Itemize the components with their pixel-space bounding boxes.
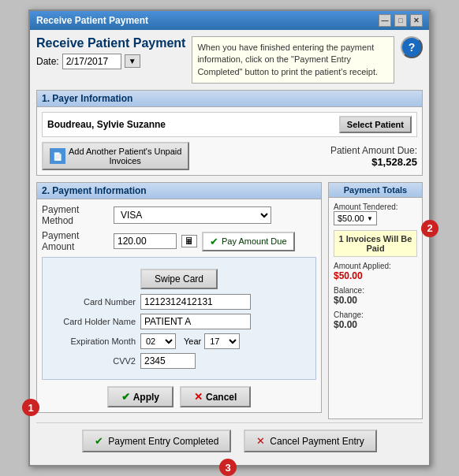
cancel-small-button[interactable]: ✕ Cancel [180, 386, 251, 407]
change-label: Change: [334, 311, 417, 319]
invoices-will-be-paid: 1 Invoices Will Be Paid [334, 230, 417, 257]
cancel-payment-label: Cancel Payment Entry [270, 436, 364, 447]
badge-3: 3 [219, 459, 237, 476]
tendered-value: $50.00 [338, 214, 364, 223]
card-section: Swipe Card Card Number Card Holder Name … [42, 257, 316, 380]
left-content: 2. Payment Information Payment Method VI… [36, 182, 322, 419]
tendered-input-row: $50.00 ▼ [334, 211, 417, 225]
payer-row: Boudreau, Sylvie Suzanne Select Patient [42, 112, 417, 137]
cancel-small-label: Cancel [206, 392, 237, 403]
swipe-card-button[interactable]: Swipe Card [140, 269, 218, 289]
card-number-row: Card Number [49, 294, 309, 310]
tendered-dropdown-arrow: ▼ [367, 215, 373, 222]
main-content: 2. Payment Information Payment Method VI… [36, 182, 423, 419]
apply-button[interactable]: ✔ Apply [107, 386, 174, 407]
badge-2: 2 [421, 220, 438, 237]
change-row: Change: $0.00 [334, 311, 417, 330]
cvv-input[interactable] [140, 353, 196, 369]
window-body: Receive Patient Payment Date: ▼ When you… [30, 30, 429, 465]
add-invoice-label: Add Another Patient's UnpaidInvoices [69, 147, 181, 165]
badge-1: 1 [22, 399, 39, 416]
method-row: Payment Method VISA MasterCard Cash Chec… [42, 204, 316, 226]
card-holder-label: Card Holder Name [49, 317, 136, 326]
year-label: Year [184, 337, 201, 346]
exp-month-label: Expiration Month [49, 337, 136, 346]
pay-amount-label: Pay Amount Due [222, 236, 287, 246]
amount-row: Payment Amount 🖩 ✔ Pay Amount Due [42, 230, 316, 252]
invoices-text: 1 Invoices Will Be Paid [339, 234, 412, 253]
payer-section: 1. Payer Information Boudreau, Sylvie Su… [36, 90, 423, 176]
cancel-x-icon: ✕ [194, 391, 203, 403]
payment-section: 2. Payment Information Payment Method VI… [36, 182, 322, 413]
payment-section-body: Payment Method VISA MasterCard Cash Chec… [37, 199, 321, 412]
select-patient-button[interactable]: Select Patient [339, 116, 412, 133]
cvv-row: CVV2 [49, 353, 309, 369]
cvv-label: CVV2 [49, 356, 136, 366]
payment-section-title: 2. Payment Information [37, 183, 321, 199]
change-value: $0.00 [334, 319, 417, 330]
window-title: Receive Patient Payment [36, 15, 148, 26]
invoice-icon: 📄 [50, 148, 65, 164]
pay-amount-button[interactable]: ✔ Pay Amount Due [202, 232, 295, 251]
check-icon: ✔ [210, 236, 218, 247]
tendered-row: Amount Tendered: $50.00 ▼ [334, 203, 417, 225]
card-holder-input[interactable] [140, 314, 251, 329]
apply-check-icon: ✔ [121, 391, 130, 403]
card-number-label: Card Number [49, 297, 136, 307]
tendered-label: Amount Tendered: [334, 203, 417, 211]
date-row: Date: ▼ [36, 54, 185, 69]
date-input[interactable] [62, 54, 121, 69]
main-window: Receive Patient Payment — □ ✕ Receive Pa… [28, 9, 431, 467]
completed-button[interactable]: ✔ Payment Entry Completed [82, 430, 231, 452]
totals-panel-body: Amount Tendered: $50.00 ▼ 1 Invoices Wil… [329, 198, 422, 340]
balance-label: Balance: [334, 286, 417, 295]
cancel-payment-button[interactable]: ✕ Cancel Payment Entry [244, 430, 376, 452]
date-label: Date: [36, 56, 59, 67]
close-button[interactable]: ✕ [410, 14, 423, 27]
title-date-area: Receive Patient Payment Date: ▼ [36, 36, 185, 69]
card-holder-row: Card Holder Name [49, 314, 309, 329]
maximize-button[interactable]: □ [394, 14, 407, 27]
calc-icon-button[interactable]: 🖩 [181, 235, 197, 247]
add-invoice-button[interactable]: 📄 Add Another Patient's UnpaidInvoices [42, 142, 189, 170]
payer-section-title: 1. Payer Information [37, 91, 422, 107]
exp-month-select[interactable]: 02 010304 050607 080910 1112 [140, 333, 176, 349]
invoice-row: 📄 Add Another Patient's UnpaidInvoices P… [42, 142, 417, 170]
amount-due-label: Patient Amount Due: [330, 145, 417, 156]
cancel-payment-x-icon: ✕ [256, 435, 265, 447]
payment-method-select[interactable]: VISA MasterCard Cash Check [114, 206, 271, 224]
applied-row: Amount Applied: $50.00 [334, 262, 417, 281]
info-box: When you have finished entering the paym… [192, 36, 394, 84]
balance-row: Balance: $0.00 [334, 286, 417, 306]
window-controls: — □ ✕ [379, 14, 423, 27]
payer-name: Boudreau, Sylvie Suzanne [47, 119, 166, 130]
completed-check-icon: ✔ [95, 435, 103, 447]
totals-panel: Payment Totals Amount Tendered: $50.00 ▼… [328, 182, 423, 419]
header-area: Receive Patient Payment Date: ▼ When you… [36, 36, 423, 84]
bottom-buttons: ✔ Payment Entry Completed ✕ Cancel Payme… [36, 422, 423, 459]
minimize-button[interactable]: — [379, 14, 391, 27]
completed-label: Payment Entry Completed [108, 436, 218, 447]
date-dropdown-button[interactable]: ▼ [125, 54, 140, 68]
apply-cancel-row: ✔ Apply ✕ Cancel [42, 386, 316, 407]
help-button[interactable]: ? [401, 36, 423, 58]
applied-label: Amount Applied: [334, 262, 417, 270]
expiry-fields: 02 010304 050607 080910 1112 Year 17 [140, 333, 240, 349]
totals-panel-title: Payment Totals [329, 183, 422, 198]
expiry-row: Expiration Month 02 010304 050607 080910… [49, 333, 309, 349]
card-number-input[interactable] [140, 294, 251, 310]
amount-due-value: $1,528.25 [330, 156, 417, 168]
payer-section-body: Boudreau, Sylvie Suzanne Select Patient … [37, 107, 422, 175]
title-bar: Receive Patient Payment — □ ✕ [30, 11, 429, 30]
page-title: Receive Patient Payment [36, 36, 185, 50]
apply-label: Apply [133, 392, 159, 403]
balance-value: $0.00 [334, 295, 417, 306]
payment-amount-input[interactable] [114, 233, 177, 249]
amount-due-area: Patient Amount Due: $1,528.25 [330, 145, 417, 168]
method-label: Payment Method [42, 204, 109, 226]
amount-label: Payment Amount [42, 230, 109, 252]
exp-year-select[interactable]: 17 18192021 [204, 333, 240, 349]
tendered-input[interactable]: $50.00 ▼ [334, 211, 377, 225]
applied-value: $50.00 [334, 270, 417, 281]
